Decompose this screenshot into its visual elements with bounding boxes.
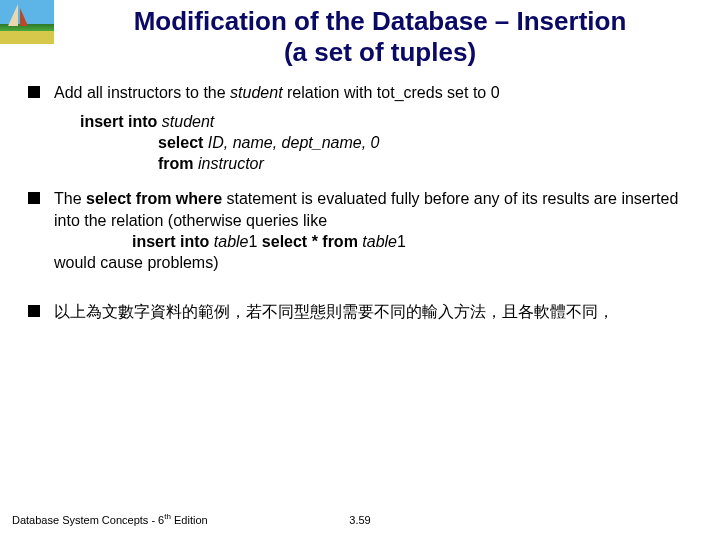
sailboat-icon: [20, 8, 28, 26]
tbl1a: table: [214, 233, 249, 250]
tbl1b-num: 1: [397, 233, 406, 250]
bullet-1-text-post: relation with tot_creds set to 0: [283, 84, 500, 101]
slide-title: Modification of the Database – Insertion…: [60, 6, 700, 67]
b2-tail: would cause problems): [54, 254, 219, 271]
code-select-cols: ID, name, dept_name, 0: [208, 134, 380, 151]
page-number: 3.59: [349, 514, 370, 526]
kw-insert-into: insert into: [80, 113, 162, 130]
bullet-1-text-pre: Add all instructors to the: [54, 84, 230, 101]
kw-from: from: [158, 155, 198, 172]
bullet-2: The select from where statement is evalu…: [28, 188, 692, 272]
code-line-3: from instructor: [80, 153, 692, 174]
sailboat-icon: [8, 4, 18, 26]
b2-pre: The: [54, 190, 86, 207]
bullet-3: 以上為文數字資料的範例，若不同型態則需要不同的輸入方法，且各軟體不同，: [28, 301, 692, 322]
sql-code-block: insert into student select ID, name, dep…: [28, 111, 692, 174]
slide-body: Add all instructors to the student relat…: [28, 82, 692, 330]
bullet-3-text: 以上為文數字資料的範例，若不同型態則需要不同的輸入方法，且各軟體不同，: [54, 303, 614, 320]
title-line-2: (a set of tuples): [284, 37, 476, 67]
tbl1a-num: 1: [248, 233, 261, 250]
code-table-student: student: [162, 113, 214, 130]
bullet-1-em: student: [230, 84, 282, 101]
kw-insert-into-2: insert into: [132, 233, 214, 250]
bullet-1: Add all instructors to the student relat…: [28, 82, 692, 103]
slide-decorative-thumbnail: [0, 0, 54, 44]
kw-from-2: from: [322, 233, 362, 250]
b2-bold: select from where: [86, 190, 222, 207]
footer-page-number: 3.59: [0, 514, 720, 526]
kw-select-star: select *: [262, 233, 322, 250]
code-table-instructor: instructor: [198, 155, 264, 172]
b2-inline-sql: insert into table1 select * from table1: [54, 231, 692, 252]
kw-select: select: [158, 134, 208, 151]
code-line-2: select ID, name, dept_name, 0: [80, 132, 692, 153]
tbl1b: table: [362, 233, 397, 250]
code-line-1: insert into student: [80, 111, 692, 132]
title-line-1: Modification of the Database – Insertion: [134, 6, 627, 36]
